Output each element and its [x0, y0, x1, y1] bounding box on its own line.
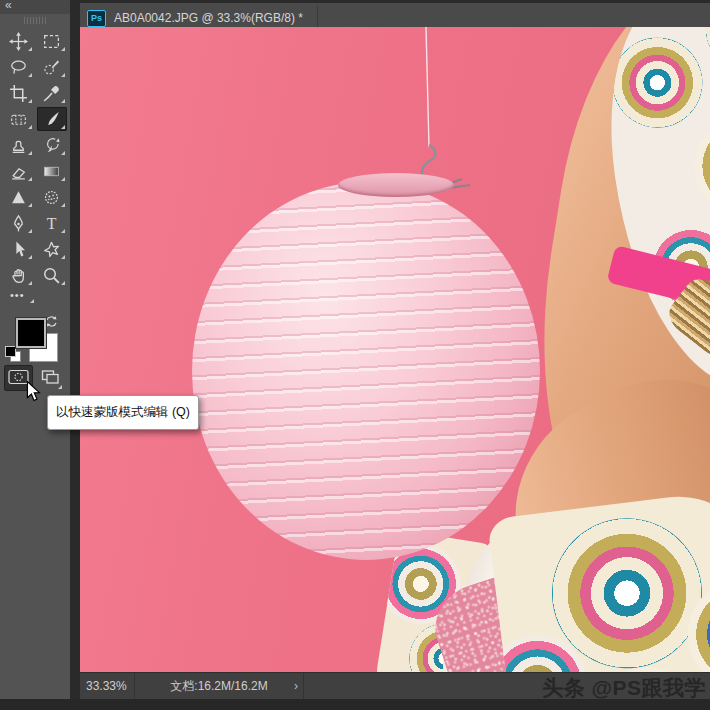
panel-divider [70, 0, 80, 699]
sponge-tool-icon [42, 188, 61, 207]
document-tab-title: AB0A0042.JPG @ 33.3%(RGB/8) * [114, 11, 303, 25]
clone-stamp-button[interactable] [4, 133, 34, 157]
quick-selection-icon [42, 58, 61, 77]
move-tool-button[interactable] [4, 29, 34, 53]
custom-shape-icon [42, 240, 61, 259]
clone-stamp-icon [9, 136, 28, 155]
crop-tool-button[interactable] [4, 81, 34, 105]
zoom-tool-button[interactable] [37, 263, 67, 287]
move-tool-icon [9, 32, 28, 51]
healing-patch-icon [9, 110, 28, 129]
history-brush-button[interactable] [37, 133, 67, 157]
document-canvas[interactable] [80, 27, 710, 672]
watermark-text: 头条 @PS跟我学 [542, 674, 706, 702]
blur-tool-icon [9, 188, 28, 207]
eraser-tool-icon [9, 162, 28, 181]
eyedropper-icon [42, 84, 61, 103]
chevron-right-icon[interactable]: › [294, 679, 298, 693]
sponge-tool-button[interactable] [37, 185, 67, 209]
blur-tool-button[interactable] [4, 185, 34, 209]
photo-paper-lantern [192, 182, 540, 560]
tools-panel-header: « [0, 0, 70, 14]
brush-tool-button[interactable] [37, 107, 67, 131]
custom-shape-button[interactable] [37, 237, 67, 261]
hand-tool-button[interactable] [4, 263, 34, 287]
photoshop-file-icon: Ps [87, 10, 106, 27]
pen-tool-button[interactable] [4, 211, 34, 235]
path-selection-button[interactable] [4, 237, 34, 261]
document-info[interactable]: 文档:16.2M/16.2M › [134, 673, 304, 699]
history-brush-icon [42, 136, 61, 155]
gradient-tool-button[interactable] [37, 159, 67, 183]
hand-tool-icon [9, 266, 28, 285]
quick-mask-tooltip: 以快速蒙版模式编辑 (Q) [47, 395, 199, 430]
gradient-tool-icon [42, 162, 61, 181]
path-selection-icon [9, 240, 28, 259]
panel-grip-handle[interactable] [24, 17, 48, 24]
tools-panel: « T ••• [0, 0, 70, 699]
svg-text:T: T [47, 214, 57, 231]
photo-lantern-opening [338, 173, 454, 197]
rectangular-marquee-icon [42, 32, 61, 51]
screen-mode-icon [41, 369, 60, 388]
document-size-label: 文档:16.2M/16.2M [170, 678, 267, 695]
default-colors-icon[interactable] [5, 346, 21, 362]
healing-patch-button[interactable] [4, 107, 34, 131]
brush-tool-icon [42, 110, 61, 129]
type-tool-button[interactable]: T [37, 211, 67, 235]
zoom-level-field[interactable]: 33.33% [86, 673, 127, 699]
photoshop-window: « T ••• Ps AB0A0042.JPG @ 33.3%( [0, 0, 710, 710]
status-bar: 33.33% 文档:16.2M/16.2M › 头条 @PS跟我学 [80, 672, 710, 699]
tools-grid: T [2, 28, 68, 288]
pen-tool-icon [9, 214, 28, 233]
lasso-tool-button[interactable] [4, 55, 34, 79]
foreground-color-swatch[interactable] [16, 318, 46, 348]
type-tool-icon: T [42, 214, 61, 233]
edit-toolbar-button[interactable]: ••• [6, 286, 36, 304]
zoom-tool-icon [42, 266, 61, 285]
swap-colors-icon[interactable] [44, 314, 59, 333]
default-foreground-swatch [5, 346, 16, 357]
eraser-tool-button[interactable] [4, 159, 34, 183]
crop-tool-icon [9, 84, 28, 103]
screen-mode-button[interactable] [37, 367, 64, 390]
collapse-panel-icon[interactable]: « [5, 0, 10, 12]
rectangular-marquee-button[interactable] [37, 29, 67, 53]
document-tab-bar: Ps AB0A0042.JPG @ 33.3%(RGB/8) * [80, 0, 710, 27]
mouse-cursor-icon [26, 381, 41, 406]
lasso-tool-icon [9, 58, 28, 77]
quick-selection-button[interactable] [37, 55, 67, 79]
eyedropper-button[interactable] [37, 81, 67, 105]
